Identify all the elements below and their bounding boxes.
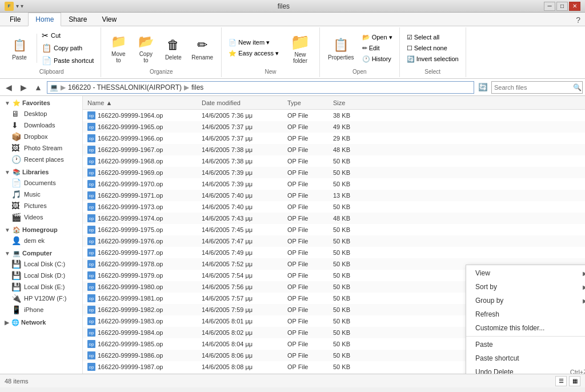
- table-row[interactable]: op 166220-99999-1968.op 14/6/2005 7:38 μ…: [83, 155, 585, 167]
- sidebar-item-videos[interactable]: 🎬 Videos: [0, 211, 82, 223]
- sidebar-item-dem-ek[interactable]: 👤 dem ek: [0, 235, 82, 246]
- downloads-icon: ⬇: [11, 121, 21, 130]
- invert-selection-button[interactable]: 🔄 Invert selection: [404, 54, 461, 64]
- ctx-group-by[interactable]: Group by ▶: [466, 294, 585, 307]
- file-type-cell: OP File: [287, 341, 333, 347]
- address-path[interactable]: 💻 ▶ 166220 - THESSALONIKI(AIRPORT) ▶ fil…: [47, 81, 474, 94]
- table-row[interactable]: op 166220-99999-1973.op 14/6/2005 7:40 μ…: [83, 201, 585, 213]
- table-row[interactable]: op 166220-99999-1974.op 14/6/2005 7:43 μ…: [83, 213, 585, 224]
- col-size-header[interactable]: Size: [333, 99, 367, 106]
- search-input[interactable]: [494, 84, 573, 91]
- sidebar-item-iphone[interactable]: 📱 iPhone: [0, 304, 82, 315]
- ctx-sort-by[interactable]: Sort by ▶: [466, 280, 585, 294]
- close-button[interactable]: ✕: [569, 2, 580, 11]
- sidebar-header-favorites[interactable]: ▼ ⭐ Favorites: [0, 98, 82, 108]
- table-row[interactable]: op 166220-99999-1967.op 14/6/2005 7:38 μ…: [83, 144, 585, 155]
- ctx-undo-delete[interactable]: Undo Delete Ctrl+Z: [466, 365, 585, 374]
- sidebar-item-desktop[interactable]: 🖥 Desktop: [0, 108, 82, 119]
- tab-file[interactable]: File: [2, 13, 28, 26]
- table-row[interactable]: op 166220-99999-1971.op 14/6/2005 7:40 μ…: [83, 190, 585, 201]
- ctx-view[interactable]: View ▶: [466, 266, 585, 280]
- open-button[interactable]: 📂 Open ▾: [360, 33, 395, 42]
- table-row[interactable]: op 166220-99999-1964.op 14/6/2005 7:36 μ…: [83, 110, 585, 121]
- sidebar-item-music[interactable]: 🎵 Music: [0, 189, 82, 200]
- copy-to-label: Copyto: [139, 51, 153, 63]
- sidebar-header-homegroup[interactable]: ▼ 🏠 Homegroup: [0, 225, 82, 235]
- tab-home[interactable]: Home: [28, 13, 61, 26]
- sidebar-item-downloads[interactable]: ⬇ Downloads: [0, 119, 82, 131]
- sidebar-header-network[interactable]: ▶ 🌐 Network: [0, 318, 82, 327]
- properties-button[interactable]: 📋 Properties: [324, 34, 358, 63]
- copy-path-label: Copy path: [54, 45, 82, 51]
- file-size-cell: 50 KB: [333, 249, 367, 256]
- sidebar-item-photo-stream[interactable]: 🖼 Photo Stream: [0, 142, 82, 154]
- col-date-header[interactable]: Date modified: [202, 99, 287, 106]
- table-row[interactable]: op 166220-99999-1975.op 14/6/2005 7:45 μ…: [83, 224, 585, 235]
- ctx-customize-folder[interactable]: Customize this folder...: [466, 321, 585, 335]
- up-button[interactable]: ▲: [32, 81, 45, 94]
- cut-button[interactable]: ✂ Cut: [39, 30, 96, 41]
- videos-icon: 🎬: [11, 213, 21, 222]
- help-button[interactable]: ?: [571, 14, 585, 26]
- delete-button[interactable]: 🗑 Delete: [161, 34, 186, 63]
- col-name-header[interactable]: Name ▲: [87, 99, 202, 106]
- tab-view[interactable]: View: [94, 13, 124, 26]
- file-name-cell: op 166220-99999-1973.op: [87, 203, 202, 211]
- select-all-button[interactable]: ☑ Select all: [404, 33, 461, 42]
- paste-button[interactable]: 📋 Paste: [7, 34, 32, 63]
- rename-button[interactable]: ✏ Rename: [188, 34, 217, 63]
- table-row[interactable]: op 166220-99999-1969.op 14/6/2005 7:39 μ…: [83, 167, 585, 178]
- file-size-cell: 50 KB: [333, 181, 367, 187]
- sidebar-section-favorites: ▼ ⭐ Favorites 🖥 Desktop ⬇ Downloads 📦 Dr…: [0, 98, 82, 165]
- sidebar-item-local-d[interactable]: 💾 Local Disk (D:): [0, 270, 82, 281]
- file-name: 166220-99999-1985.op: [98, 341, 163, 347]
- path-files[interactable]: files: [191, 83, 203, 91]
- col-type-header[interactable]: Type: [287, 99, 333, 106]
- file-size-cell: 48 KB: [333, 146, 367, 153]
- sidebar-item-recent-places[interactable]: 🕐 Recent places: [0, 154, 82, 165]
- select-none-button[interactable]: ☐ Select none: [404, 43, 461, 53]
- new-item-button[interactable]: 📄 New item ▾: [226, 38, 281, 47]
- copy-path-button[interactable]: 📋 Copy path: [39, 42, 96, 54]
- address-bar: ◀ ▶ ▲ 💻 ▶ 166220 - THESSALONIKI(AIRPORT)…: [0, 79, 585, 96]
- sidebar-item-documents[interactable]: 📄 Documents: [0, 177, 82, 189]
- file-size-cell: 48 KB: [333, 215, 367, 222]
- path-thessaloniki[interactable]: 166220 - THESSALONIKI(AIRPORT): [68, 83, 182, 91]
- invert-label: 🔄 Invert selection: [407, 55, 459, 63]
- ctx-refresh[interactable]: Refresh: [466, 307, 585, 321]
- sidebar-item-dropbox[interactable]: 📦 Dropbox: [0, 131, 82, 142]
- ctx-sort-arrow: ▶: [583, 284, 585, 290]
- file-date-cell: 14/6/2005 7:38 μμ: [202, 146, 287, 153]
- sidebar-header-computer[interactable]: ▼ 💻 Computer: [0, 249, 82, 258]
- details-view-button[interactable]: ▦: [569, 376, 580, 386]
- paste-shortcut-label: Paste shortcut: [54, 57, 94, 64]
- history-button[interactable]: 🕐 History: [360, 54, 395, 64]
- table-row[interactable]: op 166220-99999-1965.op 14/6/2005 7:37 μ…: [83, 121, 585, 133]
- tab-share[interactable]: Share: [61, 13, 94, 26]
- maximize-button[interactable]: □: [556, 2, 568, 11]
- edit-button[interactable]: ✏ Edit: [360, 43, 395, 53]
- minimize-button[interactable]: ─: [544, 2, 555, 11]
- table-row[interactable]: op 166220-99999-1977.op 14/6/2005 7:49 μ…: [83, 247, 585, 258]
- paste-shortcut-button[interactable]: 📄 Paste shortcut: [39, 55, 96, 66]
- easy-access-button[interactable]: ⭐ Easy access ▾: [226, 49, 281, 58]
- back-button[interactable]: ◀: [2, 81, 15, 94]
- sidebar-item-local-c[interactable]: 💾 Local Disk (C:): [0, 258, 82, 270]
- sidebar-item-local-e[interactable]: 💾 Local Disk (E:): [0, 281, 82, 293]
- move-to-button[interactable]: 📁 Moveto: [106, 30, 131, 66]
- app-icon: F: [5, 2, 14, 11]
- ctx-paste[interactable]: Paste: [466, 338, 585, 351]
- address-refresh-button[interactable]: 🔄: [476, 81, 489, 94]
- ctx-paste-shortcut[interactable]: Paste shortcut: [466, 351, 585, 365]
- sidebar-item-hp-v120w[interactable]: 🔌 HP V120W (F:): [0, 293, 82, 304]
- table-row[interactable]: op 166220-99999-1970.op 14/6/2005 7:39 μ…: [83, 178, 585, 190]
- copy-to-button[interactable]: 📂 Copyto: [133, 30, 158, 66]
- sidebar-header-libraries[interactable]: ▼ 📚 Libraries: [0, 167, 82, 177]
- forward-button[interactable]: ▶: [17, 81, 30, 94]
- table-row[interactable]: op 166220-99999-1976.op 14/6/2005 7:47 μ…: [83, 235, 585, 247]
- new-folder-button[interactable]: 📁 Newfolder: [286, 30, 315, 66]
- sidebar-item-pictures[interactable]: 🖼 Pictures: [0, 200, 82, 211]
- table-row[interactable]: op 166220-99999-1966.op 14/6/2005 7:37 μ…: [83, 133, 585, 144]
- list-view-button[interactable]: ☰: [555, 376, 567, 386]
- move-to-icon: 📁: [109, 33, 127, 51]
